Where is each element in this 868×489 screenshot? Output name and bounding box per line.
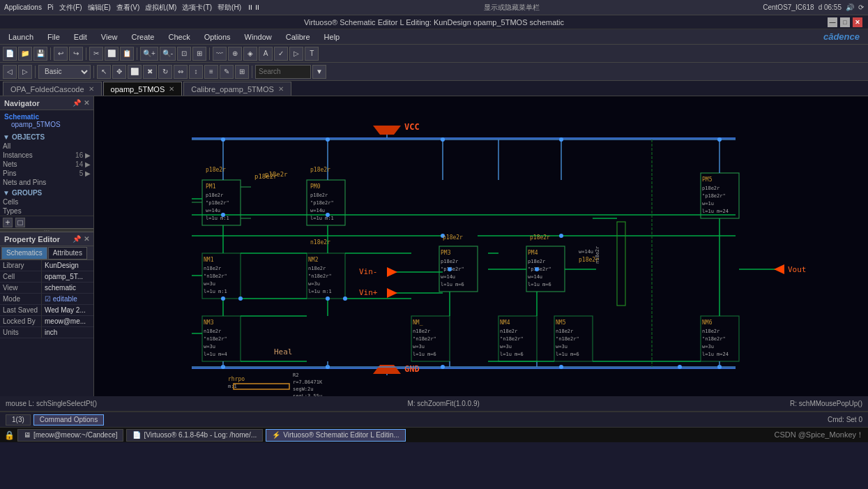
nav-all[interactable]: All xyxy=(0,142,93,151)
redo-btn[interactable]: ↪ xyxy=(69,47,83,61)
tab-opamp-5tmos[interactable]: opamp_5TMOS ✕ xyxy=(103,82,183,96)
instance-btn[interactable]: ⊕ xyxy=(228,47,242,61)
nav-instances[interactable]: Instances 16 ▶ xyxy=(0,151,93,160)
nav-pin-icon[interactable]: 📌 xyxy=(73,99,81,107)
edit-menu-icon[interactable]: 编辑(E) xyxy=(88,3,111,13)
move-btn[interactable]: ✥ xyxy=(112,65,126,79)
prop-pin-icon[interactable]: 📌 xyxy=(73,235,81,243)
tab-calibre[interactable]: Calibre_opamp_5TMOS ✕ xyxy=(183,82,291,96)
svg-text:w=3u: w=3u xyxy=(500,344,512,349)
menu-calibre[interactable]: Calibre xyxy=(283,31,313,43)
view-menu-icon[interactable]: 查看(V) xyxy=(116,3,139,13)
applications-menu[interactable]: Applications xyxy=(4,3,42,11)
nav-add-btn[interactable]: + xyxy=(3,218,13,227)
svg-text:"n18e2r": "n18e2r" xyxy=(204,336,227,342)
pin-btn[interactable]: ◈ xyxy=(243,47,257,61)
svg-text:n18e2r: n18e2r xyxy=(556,329,573,334)
menu-create[interactable]: Create xyxy=(128,31,157,43)
mode-select[interactable]: Basic Advanced xyxy=(38,65,91,79)
prop-tab-attributes[interactable]: Attributes xyxy=(48,247,87,259)
open-btn[interactable]: 📁 xyxy=(18,47,32,61)
navigator-title: Navigator xyxy=(4,99,40,107)
prop-mode-value[interactable]: ☑ editable xyxy=(42,294,93,304)
new-btn[interactable]: 📄 xyxy=(3,47,17,61)
save-btn[interactable]: 💾 xyxy=(33,47,47,61)
vm-menu-icon[interactable]: 虚拟机(M) xyxy=(145,3,176,13)
back-btn[interactable]: ◁ xyxy=(3,65,17,79)
nav-nets[interactable]: Nets 14 ▶ xyxy=(0,160,93,169)
tab-opa-foldedcascode[interactable]: OPA_FoldedCascode ✕ xyxy=(3,82,102,96)
tab-opa-close[interactable]: ✕ xyxy=(89,85,94,93)
menu-file[interactable]: File xyxy=(45,31,63,43)
prop-btn[interactable]: ≡ xyxy=(204,65,218,79)
taskbar-terminal[interactable]: 🖥 [meow@meow:~/Candece] xyxy=(17,429,123,442)
maximize-button[interactable]: □ xyxy=(840,17,850,27)
menu-edit[interactable]: Edit xyxy=(71,31,90,43)
zoom-out-btn[interactable]: 🔍- xyxy=(160,47,176,61)
zoom-in-btn[interactable]: 🔍+ xyxy=(140,47,158,61)
search-go-btn[interactable]: ▼ xyxy=(312,65,326,79)
fit-btn[interactable]: ⊡ xyxy=(177,47,191,61)
file-menu-icon[interactable]: 文件(F) xyxy=(59,3,82,13)
menu-launch[interactable]: Launch xyxy=(6,31,36,43)
app-icons: Applications Pi 文件(F) 编辑(E) 查看(V) 虚拟机(M)… xyxy=(4,3,261,13)
wire-btn[interactable]: 〰 xyxy=(213,47,227,61)
copy-btn[interactable]: ⬜ xyxy=(105,47,119,61)
edit-in-place-btn[interactable]: ✎ xyxy=(220,65,234,79)
text-btn[interactable]: T xyxy=(305,47,319,61)
rotate-btn[interactable]: ↻ xyxy=(158,65,172,79)
check-btn[interactable]: ✓ xyxy=(274,47,288,61)
stretch-btn[interactable]: ↕ xyxy=(189,65,203,79)
schematic-svg[interactable]: VCC GND PM1 p18e2r "p18e2r" w=14u l=1u m… xyxy=(94,96,868,396)
canvas-area[interactable]: 显示或隐藏菜单栏 VCC xyxy=(94,96,868,396)
nav-cells[interactable]: Cells xyxy=(0,197,93,206)
taskbar-lock-btn[interactable]: 🔒 xyxy=(4,430,15,440)
menu-view[interactable]: View xyxy=(98,31,121,43)
sim-btn[interactable]: ▷ xyxy=(289,47,303,61)
select-menu-icon[interactable]: 选项卡(T) xyxy=(182,3,212,13)
bottom-tab-command-options[interactable]: Command Options xyxy=(33,414,104,426)
menu-check[interactable]: Check xyxy=(165,31,192,43)
copy-schm-btn[interactable]: ⬜ xyxy=(128,65,142,79)
nav-close-icon[interactable]: ✕ xyxy=(84,99,89,107)
hier-btn[interactable]: ⊞ xyxy=(235,65,249,79)
menu-bar: Launch File Edit View Create Check Optio… xyxy=(0,29,868,45)
minimize-button[interactable]: — xyxy=(828,17,837,27)
cut-btn[interactable]: ✂ xyxy=(89,47,103,61)
nav-nets-pins[interactable]: Nets and Pins xyxy=(0,178,93,187)
zoom-area-btn[interactable]: ⊞ xyxy=(192,47,206,61)
system-tab[interactable]: CentOS7_IC618 xyxy=(763,3,814,11)
forward-btn[interactable]: ▷ xyxy=(18,65,32,79)
close-button[interactable]: ✕ xyxy=(853,17,862,27)
nav-types[interactable]: Types xyxy=(0,206,93,216)
mirror-btn[interactable]: ⇔ xyxy=(174,65,188,79)
tab-opamp-close[interactable]: ✕ xyxy=(169,85,174,93)
prop-editor-header: Property Editor 📌 ✕ xyxy=(0,232,93,246)
pause-icon[interactable]: ⏸⏸ xyxy=(247,3,261,11)
select-btn[interactable]: ↖ xyxy=(97,65,111,79)
undo-btn[interactable]: ↩ xyxy=(54,47,68,61)
help-menu-icon[interactable]: 帮助(H) xyxy=(218,3,241,13)
prop-tab-schematics[interactable]: Schematics xyxy=(1,247,47,259)
label-btn[interactable]: A xyxy=(259,47,273,61)
taskbar-virtuoso[interactable]: ⚡ Virtuoso® Schematic Editor L Editin... xyxy=(266,429,405,442)
svg-text:p18e2r: p18e2r xyxy=(528,259,545,264)
delete-btn[interactable]: ✖ xyxy=(143,65,157,79)
paste-btn[interactable]: 📋 xyxy=(120,47,134,61)
pi-label[interactable]: Pi xyxy=(47,3,54,11)
menu-options[interactable]: Options xyxy=(201,31,234,43)
nav-nets-label: Nets xyxy=(3,160,17,168)
sound-icon[interactable]: 🔊 xyxy=(846,3,854,11)
prop-close-icon[interactable]: ✕ xyxy=(84,235,89,243)
nav-pins[interactable]: Pins 5 ▶ xyxy=(0,169,93,178)
tab-calibre-close[interactable]: ✕ xyxy=(278,85,284,93)
search-input[interactable] xyxy=(255,65,311,79)
nav-remove-btn[interactable]: □ xyxy=(15,218,25,227)
menu-help[interactable]: Help xyxy=(321,31,343,43)
prop-units-label: Units xyxy=(0,327,42,338)
menu-window[interactable]: Window xyxy=(242,31,275,43)
taskbar-log[interactable]: 📄 [Virtuoso® 6.1.8-64b - Log: /home/... xyxy=(126,429,263,442)
bottom-tab-13[interactable]: 1(3) xyxy=(6,414,31,426)
sep7 xyxy=(252,66,252,78)
nav-pins-count: 5 ▶ xyxy=(79,170,91,177)
